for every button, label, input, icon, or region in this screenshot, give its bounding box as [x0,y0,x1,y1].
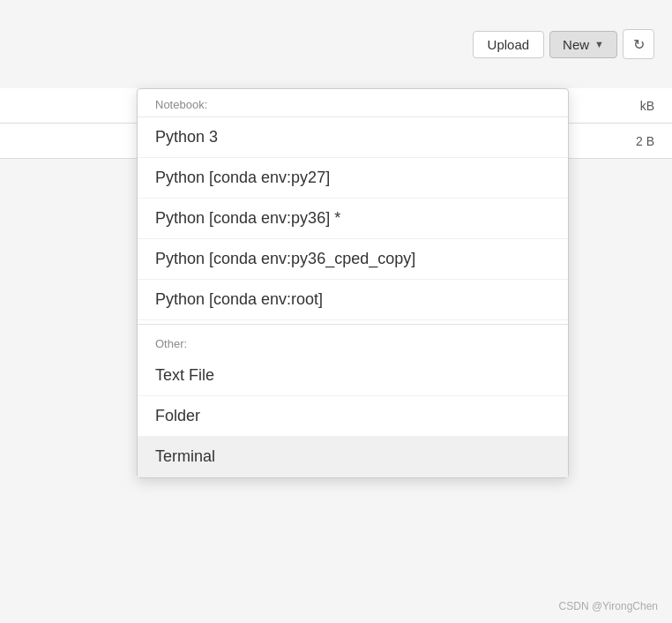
section-divider [138,324,568,325]
file-size: kB [640,99,654,113]
notebook-conda-py27[interactable]: Python [conda env:py27] [138,158,568,199]
refresh-button[interactable]: ↻ [623,29,654,59]
top-bar: Upload New ▼ ↻ [0,0,672,88]
notebook-conda-root[interactable]: Python [conda env:root] [138,280,568,320]
other-section-label: Other: [138,328,568,356]
notebook-python3[interactable]: Python 3 [138,117,568,158]
other-text-file[interactable]: Text File [138,356,568,396]
chevron-down-icon: ▼ [594,39,604,49]
new-button-label: New [563,37,589,52]
new-button[interactable]: New ▼ [549,31,617,58]
watermark: CSDN @YirongChen [559,600,658,612]
page-background: Upload New ▼ ↻ kB 2 B Notebook: Python 3… [0,0,672,623]
other-folder[interactable]: Folder [138,396,568,437]
upload-button[interactable]: Upload [473,31,545,58]
notebook-section-label: Notebook: [138,89,568,117]
notebook-conda-py36-cped-copy[interactable]: Python [conda env:py36_cped_copy] [138,239,568,280]
refresh-icon: ↻ [633,36,645,53]
other-terminal[interactable]: Terminal [138,437,568,477]
file-size: 2 B [636,134,654,148]
notebook-conda-py36[interactable]: Python [conda env:py36] * [138,199,568,239]
new-dropdown: Notebook: Python 3 Python [conda env:py2… [137,88,569,478]
